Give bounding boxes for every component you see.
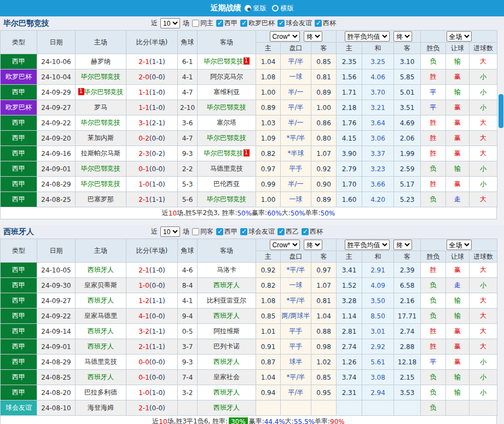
result-goals: 大: [470, 309, 497, 324]
home-team: 西班牙人: [76, 339, 126, 355]
handicap: 半/一: [281, 115, 311, 131]
result-goals: 小: [470, 385, 497, 400]
bookmaker-header: Crow* 终: [256, 239, 337, 251]
team-name: 马德里竞技: [84, 358, 117, 365]
bookmaker-select[interactable]: Crow*: [270, 31, 300, 42]
score: 2-1(1-1): [126, 339, 178, 355]
summary-part: 单率:: [305, 208, 321, 218]
checkbox-checked-icon[interactable]: [277, 228, 285, 235]
checkbox-checked-icon[interactable]: [240, 20, 247, 27]
match-row: 西甲24-09-01西班牙人2-1(1-1)3-7巴列卡诺0.91平手0.982…: [1, 339, 497, 355]
halftime-score: (1-1): [149, 58, 165, 66]
match-date: 24-10-04: [37, 69, 76, 85]
halftime-score: (0-0): [149, 73, 165, 81]
checkbox-checked-icon[interactable]: [216, 228, 223, 235]
odds-away: 0.97: [311, 263, 337, 278]
sub-col-handicap-result: 让球: [446, 43, 470, 54]
odds-home: 0.99: [256, 177, 281, 192]
checkbox-unchecked-icon[interactable]: [192, 20, 199, 27]
handicap: [281, 400, 311, 416]
away-team: 塞尔塔: [198, 115, 256, 131]
same-venue-filter[interactable]: 同主: [192, 19, 213, 28]
avg-draw: 3.21: [362, 100, 394, 115]
summary-part: 10: [169, 210, 177, 217]
away-team: 西班牙人: [198, 400, 256, 416]
fulltime-score: 4-1: [138, 312, 149, 320]
corners: 9-4: [178, 309, 198, 324]
checkbox-checked-icon[interactable]: [240, 228, 247, 235]
odds-away: 0.80: [311, 131, 337, 146]
corners: 7-4: [178, 370, 198, 385]
league-filter-0[interactable]: 西甲: [216, 19, 237, 28]
avg-time-select[interactable]: 终: [393, 240, 412, 250]
halftime-score: (0-2): [149, 150, 165, 158]
fulltime-score: 1-1: [138, 104, 149, 112]
radio-selected-icon[interactable]: [245, 5, 251, 11]
score: 0-1(0-0): [126, 370, 178, 385]
match-row: 西甲24-08-25巴塞罗那2-1(1-1)5-6毕尔巴鄂竞技1.00一球0.8…: [1, 192, 497, 207]
sub-col-handicap-result: 让球: [446, 251, 470, 263]
fulltime-score: 2-0: [138, 73, 149, 81]
fulltime-score: 0-1: [138, 374, 149, 381]
avg-select[interactable]: 胜平负均值: [345, 240, 390, 250]
away-team: 毕尔巴鄂竞技1: [198, 146, 256, 161]
fulltime-select[interactable]: 全场: [447, 31, 472, 42]
avg-home: 3.74: [337, 370, 362, 385]
avg-select[interactable]: 胜平负均值: [345, 31, 390, 42]
checkbox-checked-icon[interactable]: [277, 20, 285, 27]
bookmaker-select[interactable]: Crow*: [270, 240, 300, 250]
league-filter-label: 西杯: [323, 19, 336, 28]
league-filter-3[interactable]: 西杯: [302, 227, 323, 236]
odds-home: 0.91: [256, 339, 281, 355]
league-type-badge: 西甲: [1, 54, 37, 69]
checkbox-checked-icon[interactable]: [302, 228, 309, 235]
checkbox-checked-icon[interactable]: [216, 20, 223, 27]
league-filter-1[interactable]: 球会友谊: [240, 227, 275, 236]
avg-header: 胜平负均值 终: [337, 239, 421, 251]
same-venue-filter[interactable]: 同客: [192, 227, 213, 236]
avg-away: 12.18: [394, 355, 421, 370]
avg-away: 2.39: [394, 263, 421, 278]
match-count-select[interactable]: 10: [160, 226, 180, 237]
corners: [178, 400, 198, 416]
league-type-badge: 西甲: [1, 263, 37, 278]
avg-home: 4.15: [337, 131, 362, 146]
league-filter-1[interactable]: 欧罗巴杯: [240, 19, 275, 28]
match-date: 24-08-20: [37, 385, 76, 400]
sub-col-goals: 进球数: [470, 43, 497, 54]
halftime-score: (0-0): [149, 165, 165, 173]
handicap: *半球: [281, 146, 311, 161]
league-filter-label: 球会友谊: [286, 19, 312, 28]
odds-home: 1.09: [256, 131, 281, 146]
radio-horizontal[interactable]: 横版: [272, 4, 294, 13]
fulltime-select[interactable]: 全场: [447, 240, 472, 250]
result-wdl: 胜: [421, 69, 446, 85]
match-count-select[interactable]: 10: [160, 18, 180, 28]
away-team: 巴列卡诺: [198, 339, 256, 355]
checkbox-unchecked-icon[interactable]: [192, 228, 199, 235]
summary-part: 赢率:: [249, 417, 264, 424]
team-name: 西班牙人: [88, 327, 114, 335]
match-date: 24-08-29: [37, 355, 76, 370]
league-filter-0[interactable]: 西甲: [216, 227, 237, 236]
checkbox-checked-icon[interactable]: [315, 20, 322, 27]
team-name: 西班牙人: [213, 281, 240, 289]
odds-away: 0.81: [311, 293, 337, 309]
league-filter-2[interactable]: 球会友谊: [277, 19, 312, 28]
scrollbar-thumb[interactable]: [499, 94, 503, 128]
match-date: 24-10-06: [37, 54, 76, 69]
away-team: 塞维利亚: [198, 85, 256, 100]
score: 0-2(0-0): [126, 131, 178, 146]
league-filter-3[interactable]: 西杯: [315, 19, 336, 28]
odds-time-select[interactable]: 终: [304, 31, 322, 42]
handicap: 球半: [281, 355, 311, 370]
result-handicap: 赢: [446, 100, 470, 115]
radio-unselected-icon[interactable]: [272, 5, 279, 11]
handicap: 半/一: [281, 177, 311, 192]
summary-part: 60%: [267, 210, 282, 217]
league-filter-2[interactable]: 西乙: [277, 227, 299, 236]
avg-time-select[interactable]: 终: [393, 31, 412, 42]
radio-vertical[interactable]: 竖版: [245, 4, 267, 13]
result-wdl: 负: [421, 192, 446, 207]
odds-time-select[interactable]: 终: [304, 240, 322, 250]
